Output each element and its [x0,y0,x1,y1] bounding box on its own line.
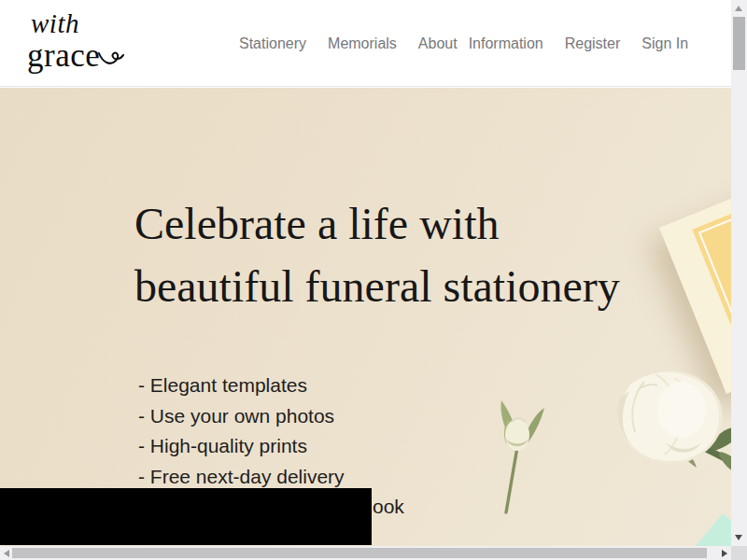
logo-line2-text: grace [27,39,100,72]
logo-swash-icon [98,49,124,70]
rosebud [500,400,544,512]
vertical-scrollbar[interactable] [731,0,747,546]
logo[interactable]: with grace [27,10,124,72]
hero-heading-line1: Celebrate a life with [134,192,620,255]
scroll-right-icon[interactable] [722,550,727,557]
vertical-scrollbar-thumb[interactable] [733,17,745,70]
logo-line2: grace [27,39,124,72]
hero-heading-line2: beautiful funeral stationery [134,255,620,317]
header: with grace Stationery Memorials About In… [0,0,747,87]
black-overlay-box [0,488,372,545]
scroll-left-icon[interactable] [4,550,9,557]
main-nav: Stationery Memorials About Information R… [239,0,688,87]
feature-item: - Elegant templates [138,371,404,401]
nav-item-memorials[interactable]: Memorials [328,35,397,52]
feature-item: - High-quality prints [138,431,404,462]
nav-item-register[interactable]: Register [565,35,621,52]
page: with grace Stationery Memorials About In… [0,0,747,560]
nav-item-stationery[interactable]: Stationery [239,35,306,52]
horizontal-scrollbar[interactable] [0,546,731,560]
white-roses-photo [446,354,747,554]
rose [618,371,747,476]
scroll-down-icon[interactable] [735,535,742,540]
nav-item-sign-in[interactable]: Sign In [641,35,688,52]
scroll-up-icon[interactable] [735,6,742,11]
hero-heading: Celebrate a life with beautiful funeral … [134,192,620,317]
horizontal-scrollbar-thumb[interactable] [12,548,707,558]
scrollbar-corner [731,546,747,560]
nav-item-about[interactable]: About [418,35,458,52]
feature-item: - Use your own photos [138,401,404,432]
nav-item-information[interactable]: Information [469,35,543,52]
logo-line1: with [27,10,124,37]
feature-partial-text: ook [373,496,404,517]
hero-section: Celebrate a life with beautiful funeral … [0,88,747,560]
